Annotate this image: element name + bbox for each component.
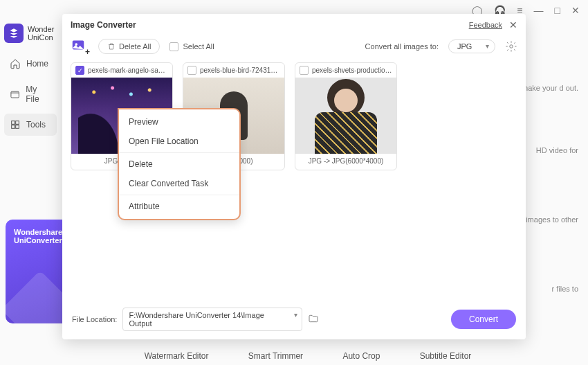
- brand-logo: [4, 24, 24, 43]
- sidebar-item-label: My File: [26, 84, 51, 104]
- svg-rect-2: [16, 121, 19, 125]
- modal-toolbar: + Delete All Select All Convert all imag…: [62, 33, 526, 62]
- feedback-link[interactable]: Feedback: [469, 21, 502, 29]
- card-checkbox[interactable]: [75, 66, 84, 75]
- card-checkbox[interactable]: [187, 66, 196, 75]
- plus-icon: +: [85, 47, 90, 57]
- context-menu: Preview Open File Location Delete Clear …: [118, 108, 241, 220]
- close-app-icon[interactable]: ✕: [571, 5, 580, 16]
- ctx-open-file-location[interactable]: Open File Location: [119, 132, 239, 151]
- modal-footer: File Location: F:\Wondershare UniConvert…: [62, 302, 526, 339]
- format-select[interactable]: JPG: [448, 39, 495, 53]
- card-filename: pexels-mark-angelo-sam...: [88, 66, 168, 74]
- ctx-clear-converted[interactable]: Clear Converted Task: [119, 174, 239, 193]
- convert-button[interactable]: Convert: [451, 310, 516, 329]
- modal-title: Image Converter: [71, 20, 136, 30]
- checkbox-icon: [169, 42, 178, 51]
- svg-rect-1: [12, 121, 15, 125]
- card-checkbox[interactable]: [300, 66, 309, 75]
- card-meta: JPG -> JPG(6000*4000): [295, 154, 396, 170]
- bg-text-snippet: r files to: [551, 284, 578, 294]
- minimize-icon[interactable]: —: [534, 5, 544, 16]
- file-location-select[interactable]: F:\Wondershare UniConverter 14\Image Out…: [122, 308, 302, 331]
- brand-text: Wonder UniCon: [28, 25, 54, 42]
- image-card[interactable]: pexels-shvets-production... JPG -> JPG(6…: [295, 62, 397, 170]
- select-all-checkbox[interactable]: Select All: [169, 42, 214, 51]
- footer-tool-autocrop[interactable]: Auto Crop: [342, 351, 380, 361]
- ctx-attribute[interactable]: Attribute: [119, 197, 239, 216]
- ctx-delete[interactable]: Delete: [119, 154, 239, 174]
- footer-tool-trimmer[interactable]: Smart Trimmer: [248, 351, 303, 361]
- card-thumbnail[interactable]: [295, 78, 396, 154]
- divider: [119, 152, 239, 153]
- convert-all-label: Convert all images to:: [365, 42, 439, 51]
- footer-tool-subtitle[interactable]: Subtitle Editor: [420, 351, 472, 361]
- ctx-preview[interactable]: Preview: [119, 112, 239, 132]
- svg-rect-4: [16, 125, 19, 129]
- maximize-icon[interactable]: □: [555, 5, 560, 16]
- footer-tools: Watermark Editor Smart Trimmer Auto Crop…: [0, 351, 588, 361]
- sidebar-item-tools[interactable]: Tools: [4, 114, 57, 136]
- close-icon[interactable]: ✕: [509, 19, 517, 30]
- modal-header: Image Converter Feedback ✕: [62, 14, 526, 33]
- open-folder-icon[interactable]: [308, 313, 320, 326]
- card-filename: pexels-blue-bird-7243156...: [200, 66, 280, 74]
- svg-rect-3: [12, 125, 15, 129]
- card-filename: pexels-shvets-production...: [312, 66, 392, 74]
- svg-point-7: [510, 45, 513, 48]
- svg-rect-0: [11, 91, 19, 98]
- footer-tool-watermark[interactable]: Watermark Editor: [145, 351, 209, 361]
- file-location-label: File Location:: [72, 315, 117, 323]
- bg-text-snippet: HD video for: [536, 145, 578, 155]
- add-images-button[interactable]: +: [71, 37, 89, 55]
- svg-point-6: [75, 43, 77, 46]
- sidebar-item-label: Tools: [26, 120, 46, 130]
- divider: [119, 195, 239, 195]
- sidebar-item-home[interactable]: Home: [4, 53, 57, 75]
- sidebar-item-myfile[interactable]: My File: [4, 79, 57, 109]
- sidebar-item-label: Home: [26, 59, 48, 69]
- settings-icon[interactable]: [505, 40, 517, 53]
- brand: Wonder UniCon: [4, 24, 57, 43]
- delete-all-button[interactable]: Delete All: [98, 39, 160, 54]
